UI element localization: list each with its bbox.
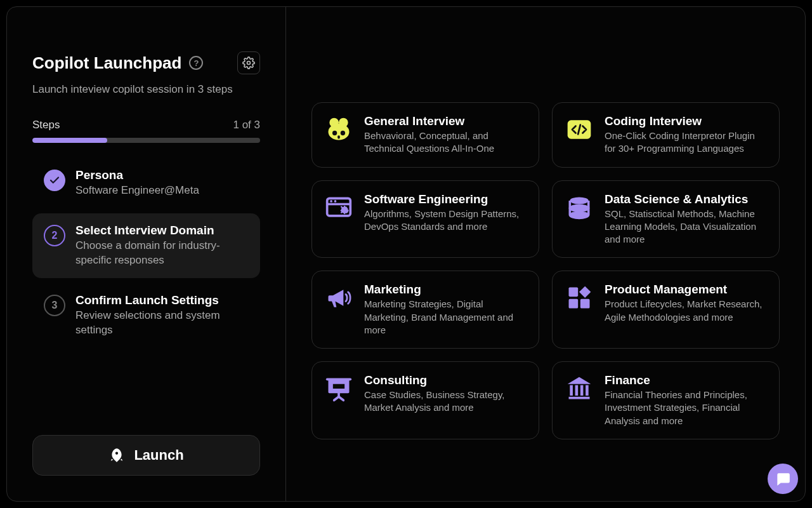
svg-point-10 — [330, 200, 332, 203]
title-left: Copilot Launchpad ? — [32, 53, 203, 73]
svg-point-3 — [339, 118, 348, 128]
domain-desc: Financial Theories and Principles, Inves… — [605, 389, 766, 427]
bank-icon — [565, 375, 593, 403]
page-title: Copilot Launchpad — [32, 53, 181, 73]
domain-title: Marketing — [364, 283, 526, 297]
step-title: Confirm Launch Settings — [75, 293, 249, 307]
progress-fill — [32, 138, 107, 143]
title-row: Copilot Launchpad ? — [32, 51, 260, 74]
domain-desc: One-Click Coding Interpretor Plugin for … — [605, 130, 766, 156]
domain-title: Coding Interview — [605, 114, 766, 128]
rocket-icon — [108, 447, 125, 464]
svg-point-14 — [570, 211, 588, 218]
svg-line-22 — [339, 397, 343, 401]
svg-rect-6 — [337, 135, 340, 139]
presentation-icon — [325, 375, 353, 403]
step-desc: Choose a domain for industry-specific re… — [75, 239, 249, 268]
svg-point-0 — [247, 62, 251, 65]
main: General InterviewBehvavioral, Conceptual… — [286, 7, 805, 501]
browser-icon — [325, 194, 353, 222]
launch-button[interactable]: Launch — [32, 435, 260, 476]
steps-label: Steps — [32, 119, 60, 131]
launch-label: Launch — [134, 447, 183, 464]
steps-header: Steps 1 of 3 — [32, 119, 260, 131]
step-card-0[interactable]: PersonaSoftware Engineer@Meta — [32, 158, 260, 208]
domain-desc: Marketing Strategies, Digital Marketing,… — [364, 298, 526, 337]
domain-card-browser[interactable]: Software EngineeringAlgorithms, System D… — [311, 180, 539, 258]
database-icon — [565, 194, 593, 222]
step-list: PersonaSoftware Engineer@Meta2Select Int… — [32, 158, 260, 348]
svg-rect-17 — [580, 299, 590, 309]
grid-icon — [565, 284, 593, 312]
domain-title: Consulting — [364, 373, 526, 387]
step-card-2[interactable]: 3Confirm Launch SettingsReview selection… — [32, 283, 260, 348]
domain-desc: Algorithms, System Design Patterns, DevO… — [364, 208, 526, 234]
copilot-icon — [325, 116, 353, 144]
domain-card-database[interactable]: Data Science & AnalyticsSQL, Statisctica… — [552, 180, 780, 258]
svg-rect-27 — [580, 385, 584, 396]
settings-button[interactable] — [237, 51, 260, 74]
svg-point-2 — [329, 118, 339, 128]
step-badge: 3 — [44, 295, 65, 316]
svg-rect-28 — [586, 385, 589, 396]
step-title: Persona — [75, 168, 199, 182]
domain-desc: Behvavioral, Conceptual, and Technical Q… — [364, 130, 526, 156]
sidebar: Copilot Launchpad ? Launch inteview copi… — [7, 7, 286, 501]
step-card-1[interactable]: 2Select Interview DomainChoose a domain … — [32, 213, 260, 278]
domain-desc: Case Studies, Business Strategy, Market … — [364, 389, 526, 415]
step-desc: Review selections and system settings — [75, 309, 249, 338]
megaphone-icon — [325, 284, 353, 312]
domain-title: Data Science & Analytics — [605, 192, 766, 206]
svg-rect-15 — [569, 288, 579, 297]
domain-title: General Interview — [364, 114, 526, 128]
domain-desc: Product Lifecycles, Market Research, Agi… — [605, 298, 766, 324]
svg-rect-19 — [332, 383, 346, 390]
help-icon[interactable]: ? — [189, 56, 203, 70]
page-subtitle: Launch inteview copilot session in 3 ste… — [32, 83, 260, 96]
domain-card-bank[interactable]: FinanceFinancial Theories and Principles… — [552, 361, 780, 439]
svg-point-4 — [332, 131, 337, 135]
chat-fab[interactable] — [768, 464, 798, 494]
gear-icon — [242, 57, 255, 69]
domain-grid: General InterviewBehvavioral, Conceptual… — [311, 102, 780, 439]
svg-rect-26 — [575, 385, 579, 396]
svg-point-13 — [570, 204, 588, 211]
svg-rect-25 — [570, 385, 573, 396]
domain-desc: SQL, Statisctical Methods, Machine Learn… — [605, 208, 766, 246]
step-badge — [44, 170, 65, 191]
step-desc: Software Engineer@Meta — [75, 184, 199, 198]
domain-title: Software Engineering — [364, 192, 526, 206]
code-icon — [565, 116, 593, 144]
svg-point-11 — [334, 200, 337, 203]
chat-icon — [775, 471, 791, 487]
steps-counter: 1 of 3 — [233, 119, 260, 131]
domain-card-megaphone[interactable]: MarketingMarketing Strategies, Digital M… — [311, 271, 539, 349]
domain-card-code[interactable]: Coding InterviewOne-Click Coding Interpr… — [552, 102, 780, 168]
svg-rect-16 — [569, 299, 579, 309]
progress-bar — [32, 138, 260, 143]
svg-point-12 — [570, 197, 588, 204]
step-badge: 2 — [44, 225, 65, 246]
domain-card-copilot[interactable]: General InterviewBehvavioral, Conceptual… — [311, 102, 539, 168]
domain-title: Product Management — [605, 283, 766, 297]
svg-point-5 — [341, 131, 345, 135]
domain-card-presentation[interactable]: ConsultingCase Studies, Business Strateg… — [311, 361, 539, 439]
domain-card-grid[interactable]: Product ManagementProduct Lifecycles, Ma… — [552, 271, 780, 349]
step-title: Select Interview Domain — [75, 224, 249, 237]
domain-title: Finance — [605, 373, 766, 387]
svg-rect-24 — [569, 397, 590, 399]
